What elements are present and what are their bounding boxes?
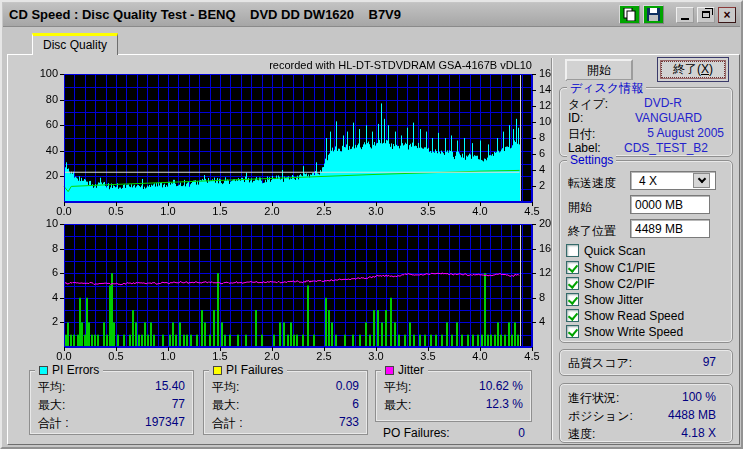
- start-position-label: 開始: [568, 199, 592, 216]
- exit-button[interactable]: 終了(X): [657, 57, 729, 82]
- app-window: CD Speed : Disc Quality Test - BENQ DVD …: [0, 0, 743, 449]
- checkbox-show-read-speed[interactable]: Show Read Speed: [566, 308, 684, 323]
- close-button[interactable]: ×: [718, 7, 736, 23]
- checkbox-box[interactable]: [566, 309, 579, 322]
- stat-box-pi-errors: PI Errors 平均:15.40 最大:77 合計 :197347: [29, 370, 194, 435]
- checkbox-box[interactable]: [566, 277, 579, 290]
- chevron-down-icon: [697, 175, 705, 183]
- po-failures-row: PO Failures:0: [383, 426, 525, 440]
- start-button[interactable]: 開始: [565, 59, 633, 81]
- stat-box-pi-failures: PI Failures 平均:0.09 最大:6 合計 :733: [203, 370, 368, 435]
- close-icon: ×: [723, 9, 730, 21]
- transfer-rate-select[interactable]: 4 X: [630, 171, 716, 190]
- combo-dropdown-button[interactable]: [693, 173, 710, 188]
- quality-score-row: 品質スコア:97: [568, 355, 716, 372]
- checkbox-show-write-speed[interactable]: Show Write Speed: [566, 324, 683, 339]
- titlebar: CD Speed : Disc Quality Test - BENQ DVD …: [3, 3, 740, 27]
- stat-box-jitter: Jitter 平均:10.62 % 最大:12.3 %: [375, 370, 532, 422]
- end-position-label: 終了位置: [568, 223, 616, 240]
- minimize-button[interactable]: [676, 7, 694, 23]
- checkbox-show-c1-pie[interactable]: Show C1/PIE: [566, 260, 655, 275]
- transfer-rate-value: 4 X: [635, 174, 693, 188]
- checkbox-box[interactable]: [566, 325, 579, 338]
- tab-disc-quality[interactable]: Disc Quality: [32, 33, 118, 55]
- progress-row: 進行状況:100 %: [568, 390, 716, 407]
- start-position-field[interactable]: [630, 195, 710, 214]
- window-title: CD Speed : Disc Quality Test - BENQ DVD …: [3, 7, 401, 22]
- copy-report-icon-button[interactable]: [619, 5, 640, 24]
- recorded-with-text: recorded with HL-DT-STDVDRAM GSA-4167B v…: [24, 59, 532, 71]
- disc-id-row: ID:VANGUARD: [568, 111, 724, 125]
- quality-charts-canvas: [24, 58, 554, 370]
- floppy-disk-icon: [647, 8, 660, 21]
- speed-row: 速度:4.18 X: [568, 426, 716, 443]
- checkbox-show-c2-pif[interactable]: Show C2/PIF: [566, 276, 655, 291]
- maximize-button[interactable]: [697, 7, 715, 23]
- copy-pages-icon: [623, 8, 636, 21]
- minimize-icon: [681, 18, 689, 20]
- position-row: ポジション:4488 MB: [568, 408, 716, 425]
- checkbox-box[interactable]: [566, 293, 579, 306]
- checkbox-box[interactable]: [566, 261, 579, 274]
- checkbox-show-jitter[interactable]: Show Jitter: [566, 292, 643, 307]
- checkbox-quick-scan[interactable]: Quick Scan: [566, 243, 645, 258]
- end-position-field[interactable]: [630, 219, 710, 238]
- save-icon-button[interactable]: [643, 5, 664, 24]
- transfer-rate-label: 転送速度: [568, 175, 616, 192]
- checkbox-box[interactable]: [566, 244, 579, 257]
- restore-icon: [702, 11, 710, 18]
- disc-info-group-title: ディスク情報: [567, 80, 646, 97]
- settings-group-title: Settings: [567, 153, 616, 167]
